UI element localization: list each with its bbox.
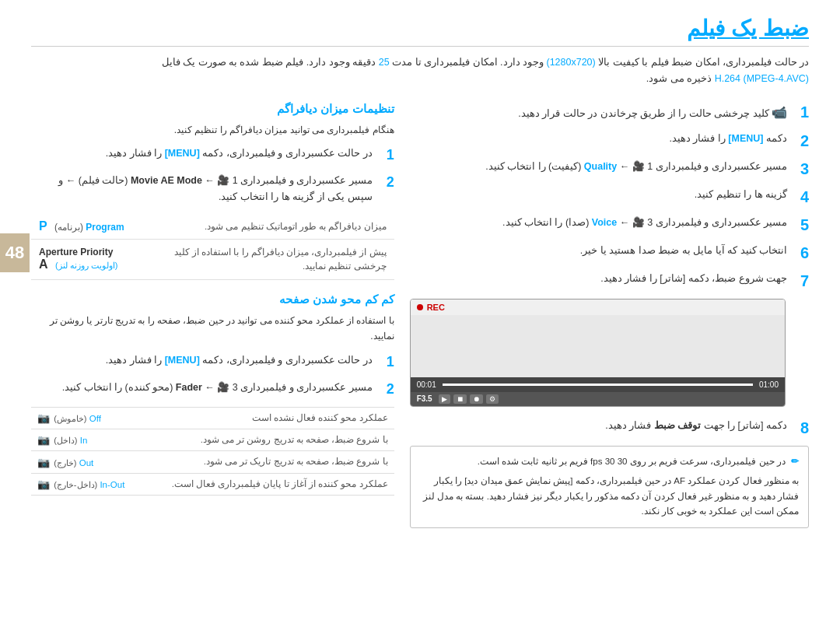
step1-icon: 📹: [772, 106, 787, 119]
step-4: 4 گزینه ها را تنظیم کنید.: [410, 187, 809, 207]
out-desc: با شروع ضبط، صفحه به تدریج تاریک تر می ش…: [142, 451, 394, 473]
intro-paragraph: در حالت فیلمبرداری، امکان ضبط فیلم با کی…: [31, 54, 809, 88]
rec-progress-bar: [443, 384, 753, 386]
cam-small-icon: 🎥: [217, 175, 229, 186]
fader-row-in: با شروع ضبط، صفحه به تدریج روشن تر می شو…: [31, 429, 394, 451]
aperture-table: میزان دیافراگم به طور اتوماتیک تنظیم می …: [31, 214, 394, 280]
off-desc: عملکرد محو کننده فعال نشده است: [142, 407, 394, 429]
page-container: 48 ضبط یک فیلم در حالت فیلمبرداری، امکان…: [0, 0, 840, 634]
left-column: تنظیمات میزان دیافراگم هنگام فیلمبرداری …: [31, 102, 394, 528]
rec-preview-box: REC 00:01 01:00 F3.5 ▶ ⏹ ⏺ ⚙: [410, 299, 786, 407]
note-2: به منظور فعال کردن عملکرد AF در حین فیلم…: [420, 474, 799, 520]
cam-icon-fader: 🎥: [217, 382, 229, 393]
rec-time-start: 00:01: [417, 380, 436, 389]
left-step-2: 2 مسیر عکسبرداری و فیلمبرداری 1 🎥 ← Movi…: [31, 173, 394, 206]
note-1: ✏ در حین فیلمبرداری، سرعت فریم بر روی 30…: [420, 454, 799, 470]
step-2: 2 دکمه [MENU] را فشار دهید.: [410, 131, 809, 151]
fader-step-2: 2 مسیر عکسبرداری و فیلمبرداری 3 🎥 ← Fade…: [31, 380, 394, 399]
step-5: 5 مسیر عکسبرداری و فیلمبرداری 3 🎥 ← Voic…: [410, 215, 809, 235]
title-divider: [31, 46, 809, 47]
rec-controls-bar: F3.5 ▶ ⏹ ⏺ ⚙: [411, 392, 785, 406]
aperture-label: Aperture Priority (اولویت روزنه لنز) A: [31, 239, 156, 279]
fader-step-1: 1 در حالت عکسبرداری و فیلمبرداری، دکمه […: [31, 352, 394, 372]
inout-desc: عملکرد محو کننده از آغاز تا پایان فیلمبر…: [142, 473, 394, 495]
step-6: 6 انتخاب کنید که آیا مایل به ضبط صدا هست…: [410, 243, 809, 263]
aperture-desc: پیش از فیلمبرداری، میزان دیافراگم را با …: [156, 239, 394, 279]
table-row-program: میزان دیافراگم به طور اتوماتیک تنظیم می …: [31, 214, 394, 240]
step-7: 7 جهت شروع ضبط، دکمه [شاتر] را فشار دهید…: [410, 271, 809, 291]
step-1: 1 📹 کلید چرخشی حالت را از طریق چرخاندن د…: [410, 102, 809, 123]
rec-label: REC: [427, 303, 445, 312]
section1-desc: هنگام فیلمبرداری می توانید میزان دیافراگ…: [31, 122, 394, 138]
two-col-layout: 1 📹 کلید چرخشی حالت را از طریق چرخاندن د…: [31, 102, 809, 528]
table-row-aperture: پیش از فیلمبرداری، میزان دیافراگم را با …: [31, 239, 394, 279]
off-label: Off (خاموش) 📷: [31, 407, 142, 429]
program-desc: میزان دیافراگم به طور اتوماتیک تنظیم می …: [156, 214, 394, 240]
page-number: 48: [0, 233, 30, 272]
in-label: In (داخل) 📷: [31, 429, 142, 451]
step-8: 8 دکمه [شاتر] را جهت توقف ضبط فشار دهید.: [410, 418, 809, 438]
section1-title: تنظیمات میزان دیافراگم: [31, 102, 394, 116]
note-icon: ✏: [791, 457, 799, 466]
out-label: Out (خارج) 📷: [31, 451, 142, 473]
rec-screen: [411, 315, 785, 377]
rec-control-icons: ▶ ⏹ ⏺ ⚙: [439, 394, 499, 404]
right-column: 1 📹 کلید چرخشی حالت را از طریق چرخاندن د…: [410, 102, 809, 528]
rec-icon-2: ⏹: [453, 394, 467, 404]
rec-f-value: F3.5: [417, 394, 432, 403]
rec-icon-3: ⏺: [470, 394, 483, 404]
fader-row-inout: عملکرد محو کننده از آغاز تا پایان فیلمبر…: [31, 473, 394, 495]
fader-row-out: با شروع ضبط، صفحه به تدریج تاریک تر می ش…: [31, 451, 394, 473]
fader-row-off: عملکرد محو کننده فعال نشده است Off (خامو…: [31, 407, 394, 429]
rec-bottom-bar: 00:01 01:00: [411, 377, 785, 392]
note-box: ✏ در حین فیلمبرداری، سرعت فریم بر روی 30…: [410, 446, 809, 528]
section2-desc: با استفاده از عملکرد محو کننده می توانید…: [31, 313, 394, 345]
step-3: 3 مسیر عکسبرداری و فیلمبرداری 1 🎥 ← Qual…: [410, 159, 809, 179]
rec-dot: [417, 304, 423, 310]
inout-label: In-Out (داخل-خارج) 📷: [31, 473, 142, 495]
rec-icon-1: ▶: [439, 394, 450, 404]
page-title: ضبط یک فیلم: [31, 16, 809, 41]
in-desc: با شروع ضبط، صفحه به تدریج روشن تر می شو…: [142, 429, 394, 451]
rec-time-end: 01:00: [759, 380, 779, 389]
cam-icon-3: 🎥: [632, 217, 645, 228]
program-label: Program (برنامه) P: [31, 214, 156, 240]
left-step-1: 1 در حالت عکسبرداری و فیلمبرداری، دکمه […: [31, 145, 394, 165]
section2-title: کم کم محو شدن صفحه: [31, 292, 394, 306]
rec-header: REC: [411, 299, 785, 315]
cam-icon-1: 🎥: [632, 161, 645, 172]
rec-icon-4: ⚙: [486, 394, 499, 404]
fader-table: عملکرد محو کننده فعال نشده است Off (خامو…: [31, 407, 394, 496]
